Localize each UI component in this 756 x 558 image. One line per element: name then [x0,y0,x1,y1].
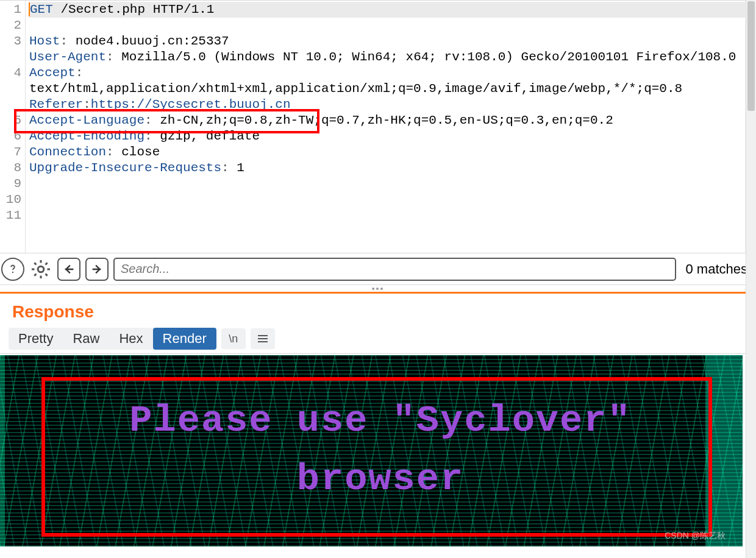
header-name: Referer [29,97,83,111]
tab-pretty[interactable]: Pretty [9,328,63,350]
next-match-button[interactable] [85,258,109,281]
svg-point-1 [38,266,44,272]
line-num: 7 [1,144,21,160]
tab-render[interactable]: Render [153,328,216,350]
prev-match-button[interactable] [57,258,80,281]
http-proto: HTTP/1.1 [153,2,215,16]
render-viewport[interactable]: Please use "Syclover" browser CSDN @陈艺秋 [0,355,743,546]
header-name: Upgrade-Insecure-Requests [29,161,221,175]
line-num: 4 [1,65,21,81]
header-value: close [121,145,160,159]
line-gutter: 1 2 3 4 5 6 7 8 9 10 11 [0,1,26,253]
header-name: Accept-Language [29,113,144,127]
response-tabbar: Pretty Raw Hex Render \n [0,324,756,354]
header-value: text/html,application/xhtml+xml,applicat… [29,82,682,96]
tab-raw[interactable]: Raw [63,328,109,350]
request-editor[interactable]: 1 2 3 4 5 6 7 8 9 10 11 GET /Secret.php … [0,0,756,253]
settings-button[interactable] [29,258,52,281]
view-tabs: Pretty Raw Hex Render [9,328,216,350]
line-num: 10 [1,192,21,208]
match-count: 0 matches [681,261,753,277]
line-num: 6 [1,129,21,144]
header-name: Connection [29,145,106,159]
header-value: zh-CN,zh;q=0.8,zh-TW;q=0.7,zh-HK;q=0.5,e… [160,113,613,127]
help-button[interactable] [1,258,24,281]
watermark-text: CSDN @陈艺秋 [665,531,726,542]
header-value-url: https://Sycsecret.buuoj.cn [91,97,291,111]
line-num [1,49,21,65]
line-num: 11 [1,208,21,224]
arrow-left-icon [62,263,76,276]
newline-toggle[interactable]: \n [221,328,246,349]
line-num: 8 [1,160,21,176]
header-name: Host [29,34,60,48]
gear-icon [30,258,52,280]
pane-resize-handle[interactable]: ••• [0,285,756,294]
header-value: gzip, deflate [160,129,260,143]
menu-button[interactable] [251,328,275,349]
line-num: 5 [1,113,21,129]
editor-toolbar: 0 matches [0,253,756,285]
line-num: 2 [1,18,21,34]
header-value: Mozilla/5.0 (Windows NT 10.0; Win64; x64… [121,50,736,64]
rendered-message: Please use "Syclover" browser [73,392,688,509]
header-name: Accept-Encoding [29,129,144,143]
line-num [1,97,21,113]
scrollbar-thumb[interactable] [747,1,755,111]
search-input[interactable] [113,258,676,281]
response-heading: Response [0,294,756,324]
header-value: node4.buuoj.cn:25337 [76,34,229,48]
line-num: 9 [1,176,21,192]
question-icon [6,263,20,276]
http-method: GET [30,2,53,16]
http-path: /Secret.php [60,2,145,16]
arrow-right-icon [90,263,104,276]
svg-point-0 [12,271,13,272]
header-value: 1 [237,161,244,175]
line-num: 1 [1,2,21,18]
page-scrollbar[interactable] [746,0,756,558]
request-code[interactable]: GET /Secret.php HTTP/1.1 Host: node4.buu… [26,1,755,253]
hamburger-icon [257,334,268,343]
header-name: User-Agent [29,50,106,64]
header-name: Accept [29,66,76,80]
line-num: 3 [1,34,21,49]
line-num [1,81,21,97]
tab-hex[interactable]: Hex [109,328,152,350]
